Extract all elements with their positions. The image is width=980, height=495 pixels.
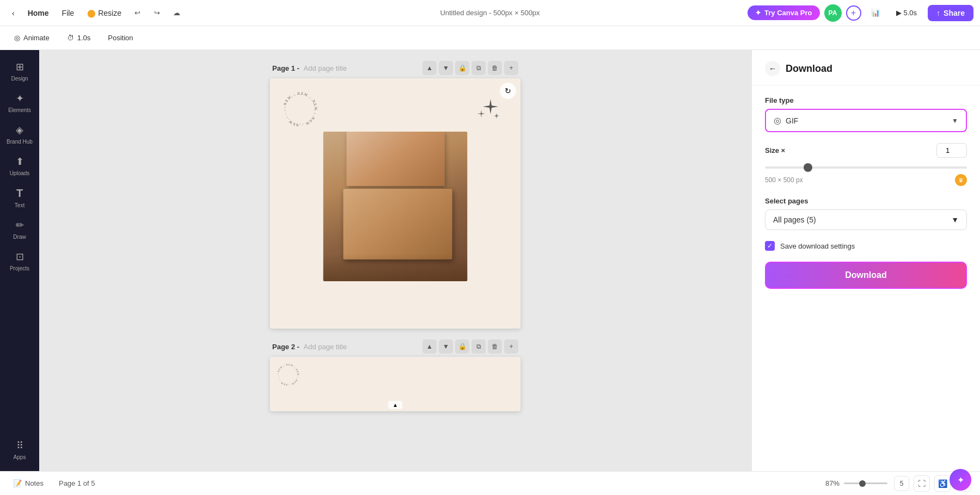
- page-nav-down-button[interactable]: ▼: [439, 61, 453, 75]
- file-type-select[interactable]: ◎ GIF ▼: [765, 109, 967, 132]
- page2-nav-up-button[interactable]: ▲: [422, 339, 437, 354]
- home-button[interactable]: Home: [22, 5, 54, 21]
- sidebar-item-apps[interactable]: ⠿ Apps: [2, 435, 37, 465]
- canva-pro-star-icon: ✦: [755, 9, 761, 17]
- zoom-percent: 87%: [825, 479, 840, 487]
- cloud-save-button[interactable]: ☁: [168, 4, 186, 22]
- sidebar-item-elements[interactable]: ✦ Elements: [2, 88, 37, 117]
- download-panel: ← Download File type ◎ GIF ▼: [751, 50, 980, 471]
- file-type-value: GIF: [786, 116, 798, 125]
- accessibility-icon: ♿: [938, 479, 947, 488]
- page2-lock-button[interactable]: 🔒: [455, 339, 469, 354]
- sidebar-item-label: Elements: [8, 107, 31, 113]
- page-1-wrapper: Page 1 - Add page title ▲ ▼ 🔒 ⧉ 🗑 +: [270, 61, 520, 329]
- page-2-canvas[interactable]: · NEW · NEW · NEW · NEW · NEW · ▲: [270, 357, 520, 411]
- share-button[interactable]: ↑ Share: [928, 5, 973, 21]
- premium-crown-icon: ♛: [955, 174, 967, 186]
- cloud-icon: ☁: [173, 9, 180, 17]
- page2-nav-down-button[interactable]: ▼: [439, 339, 453, 354]
- page-indicator: Page 1 of 5: [59, 479, 95, 487]
- animate-button[interactable]: ◎ Animate: [9, 31, 55, 45]
- undo-icon: ↩: [134, 9, 140, 17]
- magic-assistant-icon: ✦: [957, 475, 964, 485]
- panel-title: Download: [786, 63, 832, 75]
- play-icon: ▶: [896, 9, 902, 17]
- sparkle-decoration: [471, 95, 504, 129]
- text-icon: T: [16, 187, 23, 200]
- sidebar-item-draw[interactable]: ✏ Draw: [2, 215, 37, 244]
- file-type-select-wrapper: ◎ GIF ▼: [765, 109, 967, 132]
- page-delete-button[interactable]: 🗑: [488, 61, 502, 75]
- sidebar-item-projects[interactable]: ⊡ Projects: [2, 246, 37, 276]
- time-label: 1.0s: [77, 34, 91, 42]
- resize-label: Resize: [98, 9, 121, 17]
- notes-label: Notes: [25, 479, 44, 487]
- sidebar-item-label: Text: [15, 202, 24, 208]
- page-1-canvas[interactable]: · NEW · NEW · NEW · NEW · NEW ·: [270, 78, 520, 329]
- save-settings-checkbox[interactable]: ✓: [765, 241, 775, 251]
- sidebar-item-brand-hub[interactable]: ◈ Brand Hub: [2, 120, 37, 149]
- time-button[interactable]: ⏱ 1.0s: [62, 31, 96, 45]
- select-pages-section: Select pages All pages (5) ▼: [765, 197, 967, 230]
- page-nav-up-button[interactable]: ▲: [422, 61, 437, 75]
- page-2-wrapper: Page 2 - Add page title ▲ ▼ 🔒 ⧉ 🗑 +: [270, 339, 520, 411]
- page-add-button[interactable]: +: [504, 61, 518, 75]
- sidebar-item-text[interactable]: T Text: [2, 183, 37, 213]
- magic-assistant-button[interactable]: ✦: [950, 469, 971, 491]
- zoom-slider[interactable]: [844, 482, 887, 484]
- dropdown-arrow-icon: ▼: [952, 117, 958, 125]
- draw-icon: ✏: [16, 219, 24, 231]
- notes-icon: 📝: [13, 479, 22, 487]
- file-button[interactable]: File: [57, 5, 80, 21]
- select-pages-value: All pages (5): [773, 215, 816, 224]
- page2-collapse-button[interactable]: ▲: [388, 401, 402, 409]
- stats-button[interactable]: 📊: [866, 5, 885, 20]
- page2-delete-button[interactable]: 🗑: [488, 339, 502, 354]
- download-button[interactable]: Download: [765, 262, 967, 289]
- redo-button[interactable]: ↪: [149, 4, 166, 22]
- page2-circular-text: · NEW · NEW · NEW · NEW · NEW ·: [274, 361, 302, 388]
- page-1-header: Page 1 - Add page title ▲ ▼ 🔒 ⧉ 🗑 +: [270, 61, 520, 75]
- stats-icon: 📊: [871, 9, 880, 17]
- share-icon: ↑: [936, 9, 940, 17]
- play-button[interactable]: ▶ 5.0s: [890, 5, 924, 20]
- redo-icon: ↪: [154, 9, 160, 17]
- size-slider[interactable]: [765, 166, 967, 169]
- select-pages-dropdown[interactable]: All pages (5) ▼: [765, 209, 967, 230]
- sidebar-item-uploads[interactable]: ⬆ Uploads: [2, 151, 37, 181]
- panel-back-button[interactable]: ←: [765, 61, 780, 76]
- page2-add-button[interactable]: +: [504, 339, 518, 354]
- magic-icon: ⬤: [87, 9, 96, 17]
- sidebar-item-design[interactable]: ⊞ Design: [2, 57, 37, 86]
- topbar-right: ✦ Try Canva Pro PA + 📊 ▶ 5.0s ↑ Share: [748, 4, 973, 22]
- file-type-section: File type ◎ GIF ▼: [765, 96, 967, 132]
- size-input[interactable]: [936, 143, 967, 158]
- size-info-row: 500 × 500 px ♛: [765, 174, 967, 186]
- position-button[interactable]: Position: [102, 31, 138, 45]
- sidebar-item-label: Brand Hub: [7, 139, 33, 145]
- projects-icon: ⊡: [16, 251, 24, 263]
- bottombar: 📝 Notes Page 1 of 5 87% 5 ⛶ ♿ 💬 ✦: [0, 471, 980, 495]
- page-1-nav: ▲ ▼ 🔒 ⧉ 🗑 +: [422, 61, 518, 75]
- size-section: Size × 500 × 500 px ♛: [765, 143, 967, 186]
- page-2-header: Page 2 - Add page title ▲ ▼ 🔒 ⧉ 🗑 +: [270, 339, 520, 354]
- refresh-button[interactable]: ↻: [500, 83, 516, 99]
- page-lock-button[interactable]: 🔒: [455, 61, 469, 75]
- sidebar-item-label: Design: [11, 76, 28, 82]
- page-2-title: Page 2 - Add page title: [272, 343, 347, 351]
- try-canva-pro-button[interactable]: ✦ Try Canva Pro: [748, 5, 819, 20]
- accessibility-button[interactable]: ♿: [934, 475, 951, 492]
- page-number-badge[interactable]: 5: [894, 476, 909, 491]
- page2-copy-button[interactable]: ⧉: [471, 339, 486, 354]
- notes-button[interactable]: 📝 Notes: [9, 477, 48, 490]
- avatar[interactable]: PA: [824, 4, 842, 22]
- add-collaborator-button[interactable]: +: [846, 5, 861, 21]
- back-button[interactable]: ‹: [7, 5, 20, 21]
- circular-text-svg: · NEW · NEW · NEW · NEW · NEW ·: [279, 88, 321, 131]
- page-copy-button[interactable]: ⧉: [471, 61, 486, 75]
- animate-label: Animate: [23, 34, 50, 42]
- resize-button[interactable]: ⬤ Resize: [82, 5, 127, 21]
- save-settings-row: ✓ Save download settings: [765, 241, 967, 251]
- undo-button[interactable]: ↩: [129, 4, 146, 22]
- fullscreen-button[interactable]: ⛶: [914, 475, 930, 492]
